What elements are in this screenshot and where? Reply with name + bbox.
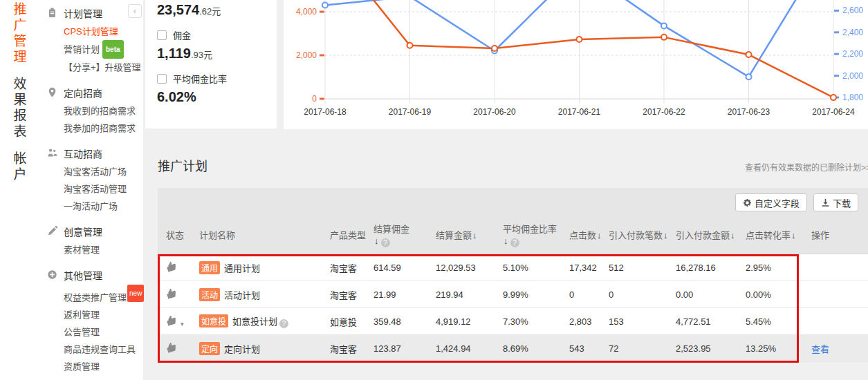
orange-series-point[interactable] xyxy=(831,95,836,100)
status-cell: ▾ xyxy=(166,315,199,328)
view-link[interactable]: 查看 xyxy=(811,344,829,354)
column-header-pay_amount[interactable]: 引入付款金额↓ xyxy=(676,229,746,241)
sidebar-item-1-0[interactable]: 我收到的招商需求 xyxy=(37,102,143,120)
sidebar-group-3[interactable]: 创意管理 xyxy=(37,221,143,241)
plan-name-cell: 如意投如意投计划? xyxy=(199,314,330,328)
stat-avg-rate-value: 6.02% xyxy=(157,89,277,105)
avg_rate-cell: 8.69% xyxy=(503,343,569,354)
column-header-settle_amount[interactable]: 结算金额↓ xyxy=(436,229,503,241)
blue-series-point[interactable] xyxy=(322,3,328,8)
sidebar-item-4-0[interactable]: 权益类推广管理new xyxy=(37,285,143,306)
vertical-nav-item-0[interactable]: 推广管理 xyxy=(10,2,28,66)
column-header-status: 状态 xyxy=(166,229,199,241)
orders-cell: 0 xyxy=(609,289,676,300)
thumb-up-icon[interactable] xyxy=(165,286,178,300)
sort-desc-icon[interactable]: ↓ xyxy=(597,230,602,240)
commission-checkbox[interactable] xyxy=(157,30,167,40)
sidebar-item-0-1[interactable]: 营销计划beta xyxy=(37,40,143,59)
column-label: 计划名称 xyxy=(199,230,235,240)
product-cell: 淘宝客 xyxy=(330,342,373,355)
column-header-settle_commission[interactable]: 结算佣金↓? xyxy=(373,223,436,247)
sidebar-item-4-4[interactable]: 资质管理 xyxy=(37,358,143,375)
sidebar-item-2-2[interactable]: 一淘活动广场 xyxy=(37,198,143,215)
thumb-up-icon[interactable] xyxy=(165,259,178,273)
column-header-orders[interactable]: 引入付款笔数↓ xyxy=(609,229,676,241)
clicks-cell: 17,342 xyxy=(569,263,609,273)
sidebar-item-1-1[interactable]: 我参加的招商需求 xyxy=(37,120,143,137)
sidebar-group-label: 计划管理 xyxy=(64,6,102,20)
help-icon[interactable]: ? xyxy=(381,238,390,247)
sidebar-group-1[interactable]: 定向招商 xyxy=(37,82,143,102)
help-icon[interactable]: ? xyxy=(279,319,288,328)
sidebar-item-2-0[interactable]: 淘宝客活动广场 xyxy=(37,163,143,180)
clicks-cell: 2,803 xyxy=(569,316,609,327)
thumb-up-icon[interactable] xyxy=(165,313,178,327)
blue-series-point[interactable] xyxy=(746,74,752,79)
sidebar-item-3-0[interactable]: 素材管理 xyxy=(37,241,143,258)
table-row-3[interactable]: 定向定向计划淘宝客123.871,424.948.69%543722,523.9… xyxy=(158,335,868,362)
avg_rate-cell: 5.10% xyxy=(503,263,569,273)
avg-rate-checkbox[interactable] xyxy=(157,74,167,84)
orders-cell: 512 xyxy=(609,263,676,273)
sidebar-group-2[interactable]: 互动招商 xyxy=(37,143,143,163)
vertical-nav-item-2[interactable]: 帐户 xyxy=(10,151,28,183)
sort-desc-icon[interactable]: ↓ xyxy=(791,230,796,240)
sidebar-item-2-1[interactable]: 淘宝客活动管理 xyxy=(37,180,143,198)
pay_amount-cell: 16,278.16 xyxy=(676,263,746,273)
sidebar-group-4[interactable]: 其他管理 xyxy=(37,265,143,285)
orange-series-point[interactable] xyxy=(407,43,413,48)
table-row-1[interactable]: 活动活动计划淘宝客21.99219.949.99%000.000.00% xyxy=(158,281,868,308)
deleted-plans-link[interactable]: 查看仍有效果数据的已删除计划>> xyxy=(745,161,868,173)
table-row-2[interactable]: ▾如意投如意投计划?如意投359.484,919.127.30%2,803153… xyxy=(158,308,868,335)
column-header-cvr[interactable]: 点击转化率↓ xyxy=(746,229,811,241)
sort-desc-icon[interactable]: ↓ xyxy=(504,236,508,246)
plans-table: 自定义字段 下载 状态计划名称产品类型结算佣金↓?结算金额↓平均佣金比率↓?点击… xyxy=(158,188,868,362)
sidebar-collapse-button[interactable]: ‹ xyxy=(128,4,142,18)
line-chart-svg: 2017-06-182017-06-192017-06-202017-06-21… xyxy=(284,0,868,129)
sidebar-item-0-2[interactable]: 【分享+】升级管理 xyxy=(37,59,143,76)
orange-series-point[interactable] xyxy=(746,52,752,57)
stat-commission-suffix: .93元 xyxy=(191,50,212,60)
download-button[interactable]: 下载 xyxy=(813,193,858,211)
avg_rate-cell: 7.30% xyxy=(503,316,569,327)
sort-desc-icon[interactable]: ↓ xyxy=(663,230,668,240)
plan-name: 活动计划 xyxy=(224,290,260,301)
column-header-clicks[interactable]: 点击数↓ xyxy=(569,229,609,241)
sort-desc-icon[interactable]: ↓ xyxy=(730,230,735,240)
help-icon[interactable]: ? xyxy=(510,238,519,247)
orange-series-point[interactable] xyxy=(492,46,497,51)
customize-fields-button[interactable]: 自定义字段 xyxy=(735,193,807,211)
table-toolbar: 自定义字段 下载 xyxy=(158,188,868,217)
column-header-avg_rate[interactable]: 平均佣金比率↓? xyxy=(503,223,569,247)
sidebar-item-4-2[interactable]: 公告管理 xyxy=(37,323,143,341)
sidebar: 计划管理CPS计划管理营销计划beta【分享+】升级管理定向招商我收到的招商需求… xyxy=(37,0,143,380)
people-icon xyxy=(47,148,57,158)
stat-top-value: 23,574.62元 xyxy=(157,2,277,18)
settle_amount-cell: 1,424.94 xyxy=(436,343,503,354)
sidebar-group-label: 其他管理 xyxy=(64,268,102,282)
thumb-up-icon[interactable] xyxy=(165,340,178,354)
blue-series-point[interactable] xyxy=(661,23,667,28)
column-header-product: 产品类型 xyxy=(330,229,373,241)
left-axis-tick: 4,000 xyxy=(296,7,317,17)
sidebar-item-4-1[interactable]: 返利管理 xyxy=(37,306,143,323)
product-cell: 淘宝客 xyxy=(330,288,373,301)
status-cell xyxy=(166,342,199,355)
sidebar-item-0-0[interactable]: CPS计划管理 xyxy=(37,23,143,40)
sidebar-item-4-3[interactable]: 商品违规查询工具 xyxy=(37,341,143,358)
vertical-nav-item-1[interactable]: 效果报表 xyxy=(10,77,28,140)
orange-series-point[interactable] xyxy=(661,35,667,40)
plan-name-cell: 定向定向计划 xyxy=(199,342,330,355)
column-label: 状态 xyxy=(166,230,184,240)
stat-top-suffix: .62元 xyxy=(199,6,221,17)
chevron-down-icon[interactable]: ▾ xyxy=(181,321,184,327)
pay_amount-cell: 4,772.51 xyxy=(676,316,746,327)
table-row-0[interactable]: 通用通用计划淘宝客614.5912,029.535.10%17,34251216… xyxy=(158,254,868,281)
orange-series-point[interactable] xyxy=(577,37,582,42)
sort-desc-icon[interactable]: ↓ xyxy=(374,236,379,246)
stat-commission-main: 1,119 xyxy=(157,46,191,61)
right-axis-tick: 2,000 xyxy=(842,71,863,81)
avg_rate-cell: 9.99% xyxy=(503,289,569,300)
sort-desc-icon[interactable]: ↓ xyxy=(472,230,477,240)
column-label: 结算金额 xyxy=(436,230,472,240)
